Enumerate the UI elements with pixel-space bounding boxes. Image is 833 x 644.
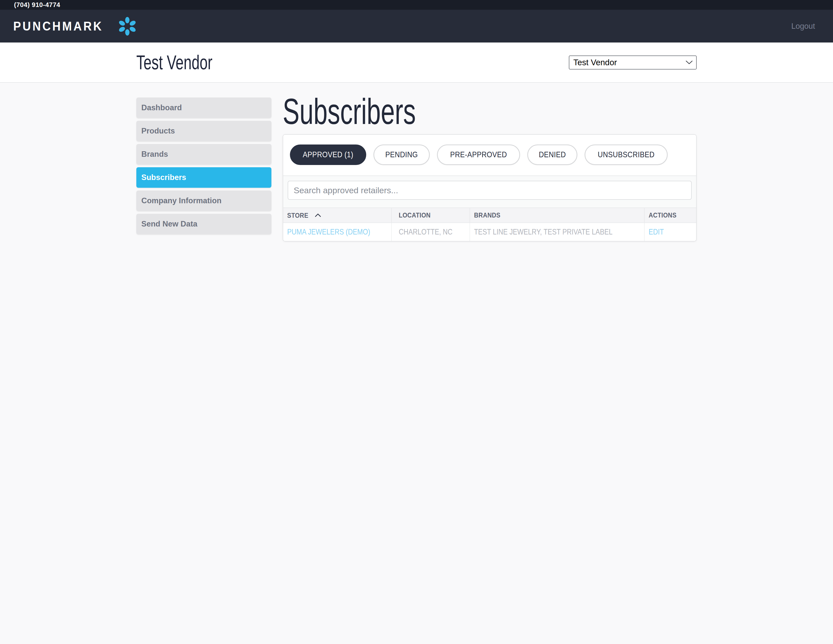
edit-link[interactable]: EDIT: [649, 228, 664, 236]
cell-location: CHARLOTTE, NC: [391, 223, 470, 241]
page-title: Subscribers: [283, 98, 572, 126]
sidebar-item-products[interactable]: Products: [136, 121, 272, 141]
column-header-actions: ACTIONS: [644, 208, 696, 223]
search-section: [283, 175, 696, 207]
sidebar-item-dashboard[interactable]: Dashboard: [136, 98, 272, 118]
navbar: PUNCHMARK Logout: [0, 10, 833, 42]
content: Dashboard Products Brands Subscribers Co…: [136, 83, 697, 241]
top-utility-bar: (704) 910-4774: [0, 0, 833, 10]
sidebar-item-send-new-data[interactable]: Send New Data: [136, 214, 272, 234]
vendor-select-wrap: Test Vendor: [569, 56, 697, 69]
sidebar-item-company-information[interactable]: Company Information: [136, 191, 272, 211]
store-link[interactable]: PUMA JEWELERS (DEMO): [287, 228, 370, 236]
sidebar-item-brands[interactable]: Brands: [136, 144, 272, 164]
vendor-title: Test Vendor: [136, 51, 212, 74]
filter-pre-approved-button[interactable]: PRE-APPROVED: [437, 145, 520, 165]
main-panel: Subscribers APPROVED (1) PENDING PRE-APP…: [283, 98, 697, 241]
cell-store: PUMA JEWELERS (DEMO): [283, 223, 391, 241]
column-header-location[interactable]: LOCATION: [391, 208, 470, 223]
filter-pills: APPROVED (1) PENDING PRE-APPROVED DENIED…: [283, 135, 696, 175]
vendor-select[interactable]: Test Vendor: [569, 56, 697, 69]
column-header-store[interactable]: STORE: [283, 208, 391, 223]
filter-approved-button[interactable]: APPROVED (1): [290, 145, 366, 165]
sort-ascending-icon: [315, 211, 321, 219]
cell-actions: EDIT: [644, 223, 696, 241]
sidebar: Dashboard Products Brands Subscribers Co…: [136, 98, 272, 234]
punchmark-logo-icon: [117, 16, 138, 37]
filter-unsubscribed-button[interactable]: UNSUBSCRIBED: [585, 145, 667, 165]
subscribers-table: STORE LOCATION BRANDS ACTIONS PUMA JEWEL…: [283, 207, 696, 241]
vendor-header-band: Test Vendor Test Vendor: [0, 42, 833, 83]
logout-link[interactable]: Logout: [791, 22, 815, 31]
subscribers-card: APPROVED (1) PENDING PRE-APPROVED DENIED…: [283, 134, 697, 241]
filter-pending-button[interactable]: PENDING: [373, 145, 430, 165]
brand-wordmark: PUNCHMARK: [13, 19, 103, 34]
search-input[interactable]: [288, 181, 691, 200]
table-header-row: STORE LOCATION BRANDS ACTIONS: [283, 208, 696, 223]
phone-number: (704) 910-4774: [14, 1, 60, 9]
cell-brands: TEST LINE JEWELRY, TEST PRIVATE LABEL: [470, 223, 644, 241]
brand-logo[interactable]: PUNCHMARK: [13, 16, 138, 37]
column-header-brands[interactable]: BRANDS: [470, 208, 644, 223]
table-row: PUMA JEWELERS (DEMO) CHARLOTTE, NC TEST …: [283, 223, 696, 241]
filter-denied-button[interactable]: DENIED: [527, 145, 577, 165]
sidebar-item-subscribers[interactable]: Subscribers: [136, 167, 272, 188]
